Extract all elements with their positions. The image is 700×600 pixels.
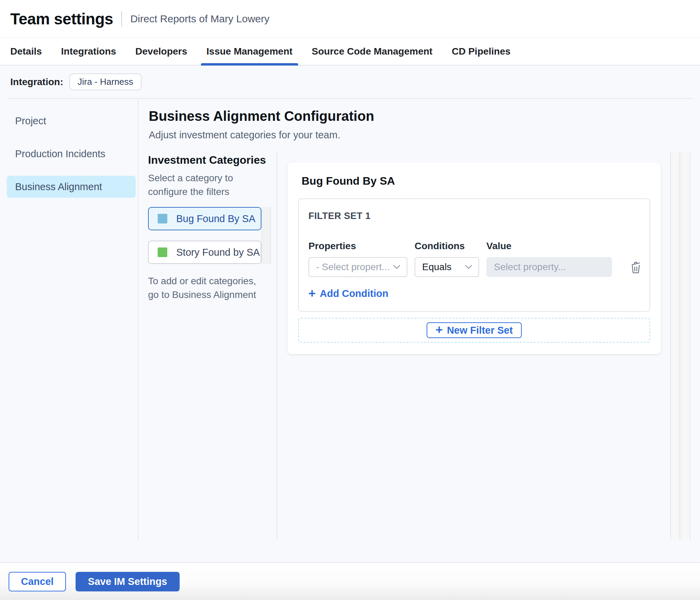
- config-title: Business Alignment Configuration: [149, 108, 700, 124]
- filter-card-title: Bug Found By SA: [298, 175, 650, 187]
- condition-select-value: Equals: [422, 262, 452, 273]
- tab-integrations[interactable]: Integrations: [61, 38, 116, 65]
- tab-content: Integration: Jira - Harness Project Prod…: [0, 66, 700, 562]
- add-condition-button[interactable]: + Add Condition: [308, 288, 388, 299]
- config-body: Investment Categories Select a category …: [138, 152, 700, 539]
- properties-column-label: Properties: [308, 241, 407, 252]
- settings-left-nav: Project Production Incidents Business Al…: [7, 99, 138, 539]
- tab-details[interactable]: Details: [10, 38, 42, 65]
- filter-set-box: FILTER SET 1 Properties Conditions Value…: [298, 198, 650, 312]
- category-item-story-found-by-sa[interactable]: Story Found by SA: [148, 241, 261, 264]
- conditions-column-label: Conditions: [415, 241, 479, 252]
- footer-action-bar: Cancel Save IM Settings: [0, 562, 700, 600]
- category-filter-card: Bug Found By SA FILTER SET 1 Properties …: [287, 162, 661, 354]
- sidebar-item-project[interactable]: Project: [7, 110, 136, 132]
- category-swatch-blue: [158, 214, 167, 223]
- filter-configuration-panel: Bug Found By SA FILTER SET 1 Properties …: [277, 152, 700, 539]
- value-input[interactable]: [486, 257, 612, 277]
- categories-note: To add or edit categories, go to Busines…: [148, 274, 267, 302]
- issue-management-main: Project Production Incidents Business Al…: [0, 99, 700, 539]
- chevron-down-icon: [465, 265, 472, 269]
- page-header: Team settings Direct Reports of Mary Low…: [0, 0, 700, 38]
- chevron-down-icon: [393, 265, 400, 269]
- tab-cd-pipelines[interactable]: CD Pipelines: [452, 38, 510, 65]
- page-title: Team settings: [10, 10, 113, 28]
- trash-icon: [630, 260, 642, 274]
- property-select[interactable]: - Select propert...: [308, 257, 407, 277]
- tab-developers[interactable]: Developers: [135, 38, 187, 65]
- cancel-button[interactable]: Cancel: [9, 572, 66, 591]
- integration-row: Integration: Jira - Harness: [0, 66, 700, 98]
- save-im-settings-button[interactable]: Save IM Settings: [76, 572, 179, 591]
- category-label: Bug Found By SA: [176, 213, 256, 224]
- bottom-spacer: [0, 539, 700, 562]
- config-subtitle: Adjust investment categories for your te…: [149, 129, 700, 141]
- new-filter-set-label: New Filter Set: [447, 325, 513, 336]
- panel-scrollbar-inner[interactable]: [670, 152, 680, 539]
- business-alignment-section: Business Alignment Configuration Adjust …: [138, 99, 700, 539]
- panel-scrollbar-outer[interactable]: [681, 152, 690, 539]
- config-header: Business Alignment Configuration Adjust …: [138, 99, 700, 152]
- delete-condition-button[interactable]: [628, 259, 644, 275]
- title-divider: [121, 11, 122, 26]
- category-item-bug-found-by-sa[interactable]: Bug Found By SA: [148, 207, 261, 230]
- property-select-value: - Select propert...: [316, 262, 389, 273]
- tab-issue-management[interactable]: Issue Management: [206, 38, 293, 65]
- investment-categories-heading: Investment Categories: [148, 154, 276, 166]
- sidebar-item-business-alignment[interactable]: Business Alignment: [7, 176, 136, 198]
- settings-tabbar: Details Integrations Developers Issue Ma…: [0, 38, 700, 66]
- integration-label: Integration:: [10, 77, 63, 88]
- category-label: Story Found by SA: [176, 247, 260, 258]
- new-filter-set-button[interactable]: + New Filter Set: [427, 322, 522, 338]
- add-condition-label: Add Condition: [320, 288, 388, 299]
- category-swatch-green: [158, 247, 167, 257]
- investment-categories-help: Select a category to configure the filte…: [148, 171, 267, 199]
- new-filter-set-dropzone: + New Filter Set: [298, 318, 650, 343]
- category-list-scrollbar[interactable]: [261, 207, 271, 264]
- filter-set-title: FILTER SET 1: [308, 211, 640, 221]
- condition-grid: Properties Conditions Value - Select pro…: [308, 241, 640, 277]
- team-settings-page: Team settings Direct Reports of Mary Low…: [0, 0, 700, 600]
- page-subtitle: Direct Reports of Mary Lowery: [130, 13, 269, 25]
- value-column-label: Value: [486, 241, 612, 252]
- condition-select[interactable]: Equals: [415, 257, 479, 277]
- tab-source-code-management[interactable]: Source Code Management: [312, 38, 433, 65]
- category-list: Bug Found By SA Story Found by SA: [148, 207, 271, 264]
- investment-categories-panel: Investment Categories Select a category …: [138, 152, 277, 539]
- integration-badge[interactable]: Jira - Harness: [69, 73, 142, 90]
- sidebar-item-production-incidents[interactable]: Production Incidents: [7, 143, 136, 165]
